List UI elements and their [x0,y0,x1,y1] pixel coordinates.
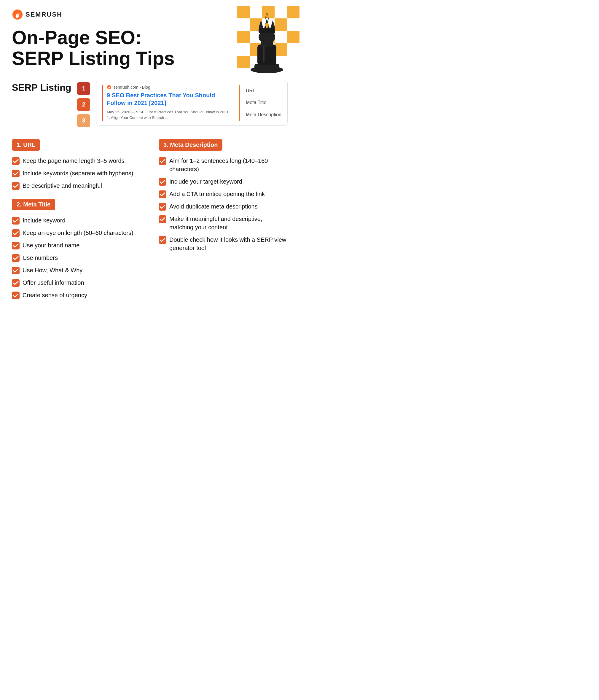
list-item: Keep the page name length 3–5 words [12,157,141,165]
url-section: 1. URL Keep the page name length 3–5 wor… [12,139,141,190]
svg-rect-1 [237,6,250,18]
meta-description-checklist: Aim for 1–2 sentences long (140–160 char… [159,157,288,252]
check-icon [12,267,20,274]
check-icon [12,217,20,225]
svg-rect-6 [237,31,250,43]
svg-rect-2 [262,6,275,18]
svg-rect-15 [257,45,276,65]
semrush-logo-icon [12,9,23,20]
list-item: Include keywords (separate with hyphens) [12,169,141,177]
list-item: Keep an eye on length (50–60 characters) [12,229,141,237]
serp-title-link[interactable]: 9 SEO Best Practices That You Should Fol… [107,91,233,107]
brand-name: SEMRUSH [25,11,62,18]
check-icon [159,236,166,244]
serp-numbers: 1 2 3 [77,80,90,127]
list-item: Include your target keyword [159,177,288,186]
page-title: On-Page SEO: SERP Listing Tips [12,27,175,69]
list-item: Avoid duplicate meta descriptions [159,202,288,210]
check-icon [12,182,20,190]
check-icon [12,292,20,299]
left-column: 1. URL Keep the page name length 3–5 wor… [12,139,141,308]
serp-number-3: 3 [77,114,90,127]
svg-marker-21 [270,20,275,28]
check-icon [159,191,166,198]
url-section-header: 1. URL [12,139,40,151]
meta-description-section: 3. Meta Description Aim for 1–2 sentence… [159,139,288,252]
svg-rect-10 [275,43,287,56]
svg-rect-3 [287,6,299,18]
serp-number-2: 2 [77,98,90,111]
check-icon [159,157,166,165]
svg-rect-18 [258,28,275,33]
svg-rect-24 [265,24,269,26]
meta-description-section-header: 3. Meta Description [159,139,222,151]
serp-card-content: semrush.com › Blog 9 SEO Best Practices … [102,85,240,121]
list-item: Make it meaningful and descriptive, matc… [159,215,288,231]
list-item: Create sense of urgency [12,291,141,299]
list-item: Add a CTA to entice opening the link [159,190,288,198]
check-icon [12,229,20,237]
svg-rect-22 [263,46,265,62]
svg-rect-11 [237,56,250,68]
main-content: 1. URL Keep the page name length 3–5 wor… [12,139,288,308]
check-icon [12,254,20,262]
list-item: Double check how it looks with a SERP vi… [159,235,288,252]
serp-number-1: 1 [77,82,90,95]
meta-title-section-header: 2. Meta Title [12,199,55,210]
list-item: Include keyword [12,216,141,225]
logo: SEMRUSH [12,9,62,20]
list-item: Aim for 1–2 sentences long (140–160 char… [159,157,288,173]
check-icon [12,170,20,177]
serp-site-name: semrush.com › Blog [113,85,150,90]
svg-rect-8 [287,31,299,43]
list-item: Use your brand name [12,241,141,249]
serp-url-line: semrush.com › Blog [107,85,233,90]
check-icon [12,279,20,287]
serp-description: May 25, 2020 — 9 SEO Best Practices That… [107,109,233,121]
check-icon [159,178,166,186]
svg-rect-5 [275,18,287,31]
chess-piece-decoration [210,6,299,74]
serp-card: semrush.com › Blog 9 SEO Best Practices … [96,80,288,126]
meta-title-section: 2. Meta Title Include keyword Keep an ey… [12,199,141,299]
serp-listing-label: SERP Listing [12,80,71,93]
list-item: Use How, What & Why [12,266,141,274]
check-icon [12,157,20,165]
list-item: Use numbers [12,254,141,262]
serp-site-icon [107,85,111,90]
serp-label-meta-title: Meta Title [246,100,281,105]
serp-card-labels: URL Meta Title Meta Description [240,85,281,121]
serp-label-url: URL [246,88,281,94]
check-icon [159,203,166,210]
serp-listing-section: SERP Listing 1 2 3 semrush.com › Blog 9 … [12,80,288,127]
meta-title-checklist: Include keyword Keep an eye on length (5… [12,216,141,299]
list-item: Offer useful information [12,278,141,287]
list-item: Be descriptive and meaningful [12,181,141,190]
url-checklist: Keep the page name length 3–5 words Incl… [12,157,141,190]
check-icon [12,242,20,249]
serp-label-meta-desc: Meta Description [246,112,281,118]
right-column: 3. Meta Description Aim for 1–2 sentence… [159,139,288,261]
check-icon [159,215,166,223]
